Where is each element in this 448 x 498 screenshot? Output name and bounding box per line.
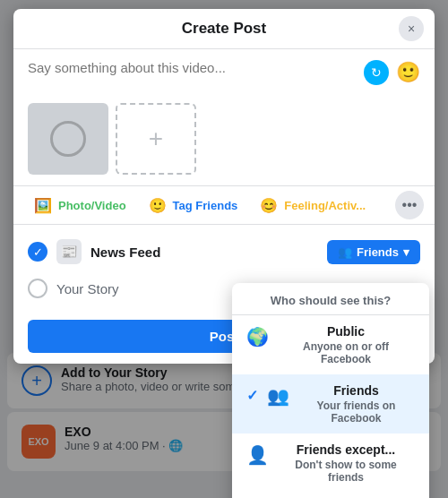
news-feed-icon: 📰 — [56, 239, 82, 264]
create-post-modal: Create Post × ↻ 🙂 + 🖼️ Photo/Video — [13, 9, 435, 364]
add-media-button[interactable]: + — [116, 103, 196, 175]
photo-video-button[interactable]: 🖼️ Photo/Video — [24, 190, 135, 220]
photo-video-label: Photo/Video — [58, 199, 126, 212]
feeling-label: Feeling/Activ... — [284, 199, 366, 212]
friends-text: Friends Your friends on Facebook — [297, 383, 415, 425]
more-options-button[interactable]: ••• — [395, 191, 424, 219]
emoji-icon[interactable]: 🙂 — [396, 61, 420, 84]
friends-except-desc: Don't show to some friends — [277, 459, 415, 484]
feeling-icon: 😊 — [259, 195, 279, 215]
tag-friends-button[interactable]: 🙂 Tag Friends — [139, 190, 247, 220]
dropdown-public-item[interactable]: 🌍 Public Anyone on or off Facebook — [232, 315, 429, 374]
refresh-icon[interactable]: ↻ — [364, 60, 389, 85]
friends-except-title: Friends except... — [277, 442, 415, 457]
friends-except-text: Friends except... Don't show to some fri… — [277, 442, 415, 484]
friends-except-icon: 👤 — [246, 444, 268, 466]
feeling-button[interactable]: 😊 Feeling/Activ... — [250, 190, 375, 220]
friends-icon2: 👥 — [267, 385, 289, 407]
audience-section: ✓ 📰 News Feed 👥 Friends ▾ Who should see… — [13, 225, 435, 313]
modal-header: Create Post × — [13, 9, 435, 49]
friends-label: Friends — [357, 245, 399, 259]
news-feed-label: News Feed — [90, 245, 318, 260]
public-text: Public Anyone on or off Facebook — [277, 324, 415, 365]
friends-check-icon: ✓ — [246, 387, 258, 404]
friends-title: Friends — [297, 383, 415, 398]
post-input-area: ↻ 🙂 — [13, 49, 435, 103]
modal-title: Create Post — [182, 20, 266, 38]
public-title: Public — [277, 324, 415, 339]
friends-desc: Your friends on Facebook — [297, 399, 415, 425]
story-label: Your Story — [56, 281, 119, 296]
close-button[interactable]: × — [399, 16, 424, 41]
public-desc: Anyone on or off Facebook — [277, 340, 415, 365]
dropdown-arrow-icon: ▾ — [403, 245, 409, 259]
news-feed-row: ✓ 📰 News Feed 👥 Friends ▾ Who should see… — [28, 232, 420, 271]
modal-overlay: Create Post × ↻ 🙂 + 🖼️ Photo/Video — [0, 0, 448, 498]
friends-icon: 👥 — [338, 245, 352, 259]
media-thumbnail — [28, 103, 108, 175]
video-thumb-circle — [50, 121, 86, 157]
audience-friends-button[interactable]: 👥 Friends ▾ Who should see this? 🌍 Publi… — [327, 240, 420, 264]
dropdown-more-button[interactable]: ▾ More... — [232, 493, 429, 499]
news-feed-checkbox[interactable]: ✓ — [28, 242, 47, 262]
public-icon: 🌍 — [246, 326, 268, 348]
tag-friends-icon: 🙂 — [148, 195, 168, 215]
tag-friends-label: Tag Friends — [173, 199, 238, 212]
dropdown-friends-except-item[interactable]: 👤 Friends except... Don't show to some f… — [232, 434, 429, 493]
photo-video-icon: 🖼️ — [33, 195, 53, 215]
dropdown-friends-item[interactable]: ✓ 👥 Friends Your friends on Facebook — [232, 374, 429, 434]
story-radio[interactable] — [28, 279, 47, 298]
audience-dropdown: Who should see this? 🌍 Public Anyone on … — [232, 283, 429, 499]
icon-row-right: ↻ 🙂 — [364, 60, 420, 85]
post-textarea[interactable] — [28, 60, 357, 92]
action-row: 🖼️ Photo/Video 🙂 Tag Friends 😊 Feeling/A… — [13, 185, 435, 225]
media-area: + — [13, 103, 435, 185]
dropdown-header: Who should see this? — [232, 283, 429, 315]
